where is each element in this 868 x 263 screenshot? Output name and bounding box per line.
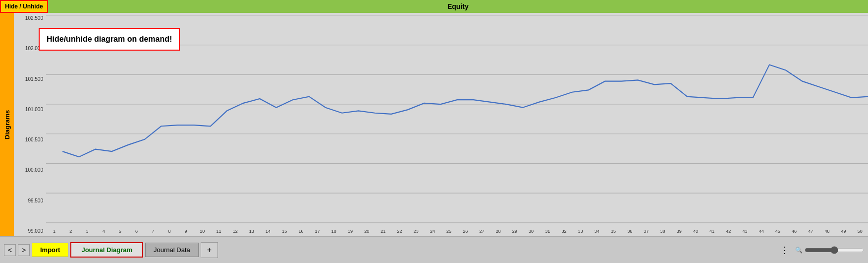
x-label: 39 bbox=[671, 229, 687, 234]
x-label: 14 bbox=[260, 229, 276, 234]
x-label: 13 bbox=[243, 229, 260, 234]
x-label: 4 bbox=[96, 229, 112, 234]
x-label: 25 bbox=[441, 229, 457, 234]
x-label: 10 bbox=[194, 229, 211, 234]
x-label: 23 bbox=[408, 229, 424, 234]
main-container: Hide / Unhide Equity Diagrams Hide/unhid… bbox=[0, 0, 868, 263]
x-label: 2 bbox=[62, 229, 79, 234]
tab-add-button[interactable]: + bbox=[201, 242, 218, 258]
tab-journal-data[interactable]: Journal Data bbox=[145, 243, 199, 257]
tooltip-text: Hide/unhide diagram on demand! bbox=[47, 35, 172, 43]
x-axis: 1 2 3 4 5 6 7 8 9 10 11 12 13 14 15 16 1… bbox=[46, 226, 868, 236]
x-label: 8 bbox=[161, 229, 177, 234]
hide-unhide-button[interactable]: Hide / Unhide bbox=[0, 0, 48, 13]
zoom-slider[interactable] bbox=[805, 246, 864, 254]
x-label: 49 bbox=[835, 229, 852, 234]
x-label: 47 bbox=[803, 229, 819, 234]
bottom-bar: < > Import Journal Diagram Journal Data … bbox=[0, 236, 868, 263]
x-label: 27 bbox=[474, 229, 490, 234]
zoom-out-icon: 🔍 bbox=[795, 247, 803, 254]
x-label: 33 bbox=[572, 229, 589, 234]
x-label: 29 bbox=[506, 229, 523, 234]
x-label: 17 bbox=[309, 229, 326, 234]
x-label: 16 bbox=[293, 229, 309, 234]
x-label: 11 bbox=[211, 229, 227, 234]
sidebar-diagrams-label[interactable]: Diagrams bbox=[0, 13, 14, 236]
x-label: 6 bbox=[128, 229, 145, 234]
x-label: 32 bbox=[556, 229, 572, 234]
x-label: 35 bbox=[605, 229, 621, 234]
zoom-slider-container: 🔍 bbox=[795, 246, 864, 254]
top-bar: Hide / Unhide Equity bbox=[0, 0, 868, 13]
x-label: 45 bbox=[769, 229, 786, 234]
x-label: 20 bbox=[359, 229, 375, 234]
x-label: 34 bbox=[589, 229, 605, 234]
x-label: 24 bbox=[424, 229, 440, 234]
y-label-5: 100.500 bbox=[15, 137, 45, 142]
x-label: 15 bbox=[276, 229, 293, 234]
chart-title: Equity bbox=[48, 0, 868, 13]
import-button[interactable]: Import bbox=[32, 243, 68, 257]
x-label: 36 bbox=[622, 229, 638, 234]
x-label: 28 bbox=[490, 229, 506, 234]
x-label: 41 bbox=[704, 229, 720, 234]
x-label: 26 bbox=[457, 229, 474, 234]
x-label: 48 bbox=[819, 229, 835, 234]
x-label: 42 bbox=[720, 229, 737, 234]
x-label: 30 bbox=[523, 229, 539, 234]
x-label: 1 bbox=[46, 229, 62, 234]
x-label: 50 bbox=[852, 229, 868, 234]
x-label: 43 bbox=[737, 229, 753, 234]
x-label: 40 bbox=[687, 229, 704, 234]
y-label-8: 99.000 bbox=[15, 228, 45, 234]
y-label-1: 102.500 bbox=[15, 15, 45, 21]
y-label-3: 101.500 bbox=[15, 76, 45, 82]
x-label: 21 bbox=[375, 229, 391, 234]
equity-line bbox=[62, 65, 868, 157]
x-label: 3 bbox=[79, 229, 95, 234]
nav-prev-button[interactable]: < bbox=[4, 244, 16, 256]
y-label-6: 100.000 bbox=[15, 167, 45, 173]
x-label: 22 bbox=[391, 229, 408, 234]
chart-wrapper: Hide/unhide diagram on demand! 102.500 1… bbox=[14, 13, 868, 236]
x-label: 44 bbox=[753, 229, 769, 234]
more-options-button[interactable]: ⋮ bbox=[776, 243, 793, 258]
x-label: 7 bbox=[145, 229, 161, 234]
tab-journal-diagram[interactable]: Journal Diagram bbox=[70, 242, 143, 258]
x-label: 31 bbox=[540, 229, 556, 234]
nav-next-button[interactable]: > bbox=[18, 244, 30, 256]
x-label: 38 bbox=[654, 229, 671, 234]
x-label: 5 bbox=[112, 229, 128, 234]
x-label: 37 bbox=[638, 229, 654, 234]
x-label: 18 bbox=[326, 229, 342, 234]
x-label: 46 bbox=[786, 229, 802, 234]
tooltip-box: Hide/unhide diagram on demand! bbox=[39, 28, 180, 51]
y-label-7: 99.500 bbox=[15, 198, 45, 203]
chart-area: Diagrams Hide/unhide diagram on demand! … bbox=[0, 13, 868, 236]
y-label-4: 101.000 bbox=[15, 107, 45, 112]
x-label: 9 bbox=[178, 229, 194, 234]
x-label: 12 bbox=[227, 229, 243, 234]
x-label: 19 bbox=[342, 229, 358, 234]
